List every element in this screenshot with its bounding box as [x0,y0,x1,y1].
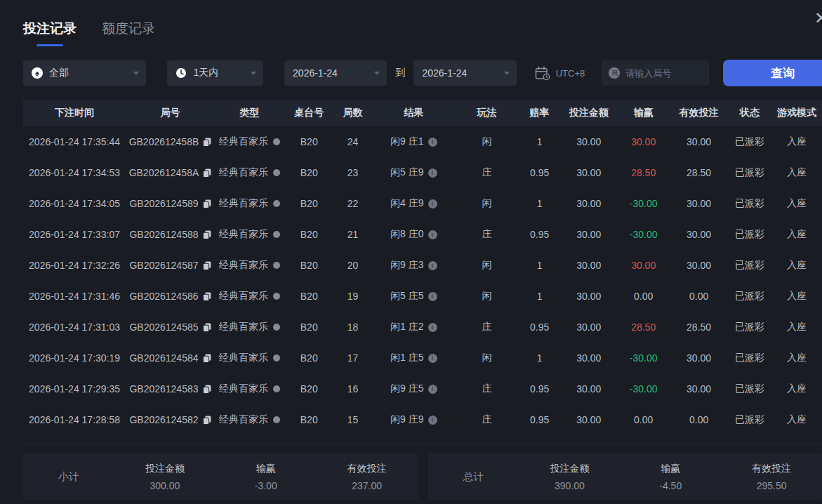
info-icon[interactable]: i [428,354,437,363]
date-from-picker[interactable]: 2026-1-24 [284,60,387,86]
table-number-value: B20 [300,198,318,209]
play-type-value: 闲 [482,352,492,364]
info-icon[interactable]: i [428,138,437,147]
cell-result: 闲5 庄5i [372,290,456,303]
copy-icon[interactable] [203,230,211,239]
cell-round-count: 16 [333,383,372,394]
copy-icon[interactable] [203,416,211,425]
cell-game-type: 经典百家乐 [215,321,284,333]
close-icon[interactable]: ✕ [814,8,822,28]
odds-value: 0.95 [530,229,549,240]
copy-icon[interactable] [203,168,211,178]
cell-win-loss: -30.00 [617,198,670,209]
status-value: 已派彩 [735,259,764,272]
game-number-value: GB2026124589 [129,198,198,209]
game-type-value: 经典百家乐 [219,166,268,179]
table-row: 2026-01-24 17:32:26GB2026124587经典百家乐B202… [23,250,822,281]
round-count-value: 18 [347,321,359,333]
game-mode-value: 入座 [787,290,807,303]
info-icon[interactable]: i [428,199,437,208]
game-mode-value: 入座 [787,135,807,148]
cell-result: 闲9 庄3i [372,259,456,272]
round-number-input[interactable] [625,68,703,79]
cell-table-number: B20 [284,383,333,394]
cell-bet-time: 2026-01-24 17:34:05 [23,198,126,209]
active-tab-underline [37,44,63,46]
date-to-picker[interactable]: 2026-1-24 [413,60,516,86]
table-row: 2026-01-24 17:35:44GB202612458B经典百家乐B202… [23,126,822,157]
query-button[interactable]: 查询 [723,60,822,86]
cell-play-type: 庄 [456,321,519,333]
stat-label: 有效投注 [721,463,822,475]
cell-game-type: 经典百家乐 [215,197,284,210]
cell-table-number: B20 [284,291,333,302]
info-icon[interactable]: i [428,385,437,394]
cell-result: 闲4 庄9i [372,197,456,210]
header-odds: 赔率 [518,107,560,119]
status-value: 已派彩 [735,197,764,210]
tab-quota-records[interactable]: 额度记录 [102,20,155,38]
total-label: 总计 [428,470,519,484]
table-row: 2026-01-24 17:29:35GB2026124583经典百家乐B201… [23,373,822,404]
subtotal-label: 小计 [23,470,114,484]
date-range-to-label: 到 [395,67,405,79]
cell-win-loss: 0.00 [617,414,670,425]
table-number-value: B20 [300,260,318,271]
odds-value: 1 [537,260,543,271]
play-type-value: 闲 [482,197,492,210]
game-type-value: 经典百家乐 [219,259,268,272]
odds-value: 0.95 [530,383,549,394]
copy-icon[interactable] [203,385,211,394]
copy-icon[interactable] [203,354,211,363]
game-type-select[interactable]: ♠ 全部 [23,60,146,86]
tab-quota-records-label: 额度记录 [102,21,155,36]
valid-bet-value: 28.50 [687,321,711,333]
copy-icon[interactable] [203,199,211,208]
status-value: 已派彩 [735,228,764,241]
win-loss-value: 30.00 [631,136,656,147]
info-icon[interactable]: i [428,323,437,332]
copy-icon[interactable] [203,292,211,301]
result-value: 闲9 庄3 [390,259,423,272]
spade-icon: ♠ [32,67,43,79]
cell-game-number: GB2026124586 [126,291,215,302]
cell-game-type: 经典百家乐 [215,228,284,241]
tab-betting-records[interactable]: 投注记录 [23,20,77,46]
info-icon[interactable]: i [428,261,437,270]
subtotal-win-loss: 输赢 -3.00 [216,463,317,491]
info-icon[interactable]: i [428,168,437,178]
clock-icon [175,67,187,79]
cell-game-mode: 入座 [771,383,822,395]
cell-table-number: B20 [284,167,333,178]
stat-value: -3.00 [216,480,317,491]
time-range-select[interactable]: 1天内 [167,60,263,86]
bet-time-value: 2026-01-24 17:34:53 [29,167,120,178]
copy-icon[interactable] [203,323,211,332]
table-number-value: B20 [300,321,318,333]
info-icon[interactable]: i [428,292,437,301]
table-row: 2026-01-24 17:34:05GB2026124589经典百家乐B202… [23,188,822,219]
cell-result: 闲9 庄1i [372,135,456,148]
info-icon[interactable]: i [428,416,437,425]
game-number-value: GB2026124588 [129,229,198,240]
bet-amount-value: 30.00 [576,136,601,147]
bet-time-value: 2026-01-24 17:29:35 [29,383,120,394]
bet-time-value: 2026-01-24 17:30:19 [29,352,120,364]
cell-round-count: 17 [333,352,372,364]
cell-round-count: 18 [333,321,372,333]
game-logo-icon [273,354,280,362]
total-win-loss: 输赢 -4.50 [620,463,721,491]
cell-result: 闲9 庄9i [372,413,456,426]
info-icon[interactable]: i [428,230,437,239]
copy-icon[interactable] [203,261,211,270]
cell-play-type: 庄 [456,413,519,426]
cell-game-number: GB202612458B [126,136,215,147]
bet-amount-value: 30.00 [576,260,601,271]
game-logo-icon [273,416,280,423]
game-number-value: GB2026124584 [129,352,198,364]
copy-icon[interactable] [203,138,211,147]
header-status: 状态 [728,107,771,119]
bet-time-value: 2026-01-24 17:31:03 [29,321,120,333]
bet-amount-value: 30.00 [576,352,601,364]
cell-valid-bet: 30.00 [670,352,728,364]
